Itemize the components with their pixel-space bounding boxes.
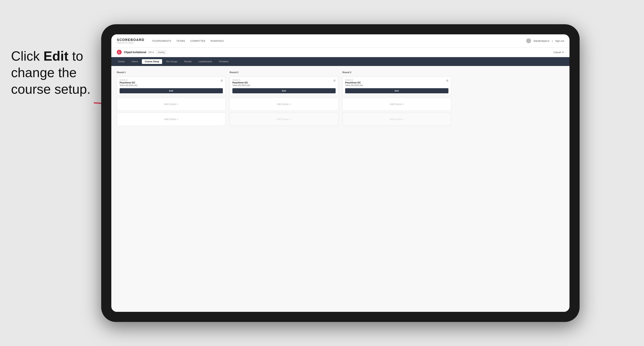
round-3-delete-button[interactable]: 🗑 bbox=[446, 79, 449, 82]
round-2-course-details: Yellow (M) (6629 yds) bbox=[232, 84, 336, 86]
round-3-course-card: 🗑 (Course A) Peachtree GC Yellow (M) (66… bbox=[342, 77, 451, 96]
tab-course-setup[interactable]: Course Setup bbox=[142, 59, 162, 64]
cancel-label: Cancel bbox=[554, 51, 561, 54]
tab-details[interactable]: Details bbox=[115, 59, 128, 64]
tab-leaderboards[interactable]: Leaderboards bbox=[196, 59, 215, 64]
scoreboard-logo: SCOREBOARD Powered by clippd bbox=[117, 38, 144, 44]
round-1-course-card: 🗑 (Course A) Peachtree GC Yellow (M) (66… bbox=[117, 77, 226, 96]
tournament-gender: (Men) bbox=[148, 51, 154, 53]
hosting-badge: Hosting bbox=[156, 50, 166, 54]
round-2-course-card: 🗑 (Course A) Peachtree GC Yellow (M) (66… bbox=[230, 77, 338, 96]
round-2-course-name: Peachtree GC bbox=[232, 81, 336, 84]
nav-rankings[interactable]: RANKINGS bbox=[210, 39, 224, 42]
top-nav: SCOREBOARD Powered by clippd TOURNAMENTS… bbox=[111, 34, 570, 48]
round-2-course-label: (Course A) bbox=[232, 79, 336, 81]
round-2-add-course-2: Add Course + bbox=[230, 113, 338, 126]
round-3-plus-icon-2: + bbox=[402, 118, 404, 121]
round-3-label: Round 3 bbox=[342, 71, 451, 74]
clippd-logo: C bbox=[117, 50, 122, 55]
cancel-icon: ✕ bbox=[562, 51, 564, 54]
bold-edit: Edit bbox=[44, 49, 68, 63]
nav-links: TOURNAMENTS TEAMS COMMITTEE RANKINGS bbox=[152, 39, 224, 42]
round-2-add-label-1: Add Course bbox=[277, 103, 288, 105]
round-2-add-label-2: Add Course bbox=[277, 118, 288, 121]
round-2-delete-button[interactable]: 🗑 bbox=[333, 79, 336, 82]
round-3-course-details: Yellow (M) (6629 yds) bbox=[345, 84, 448, 86]
round-1-plus-icon-2: + bbox=[177, 118, 178, 121]
round-2-column: Round 2 🗑 (Course A) Peachtree GC Yellow… bbox=[230, 71, 338, 126]
round-1-course-name: Peachtree GC bbox=[120, 81, 223, 84]
main-content: Round 1 🗑 (Course A) Peachtree GC Yellow… bbox=[111, 66, 570, 312]
cancel-button[interactable]: Cancel ✕ bbox=[554, 51, 564, 54]
user-avatar bbox=[526, 38, 531, 43]
round-1-course-details: Yellow (M) (6629 yds) bbox=[120, 84, 223, 86]
round-1-add-label-1: Add Course bbox=[164, 103, 176, 105]
nav-committee[interactable]: COMMITTEE bbox=[190, 39, 206, 42]
tab-tee-groups[interactable]: Tee Groups bbox=[163, 59, 180, 64]
round-3-course-name: Peachtree GC bbox=[345, 81, 448, 84]
round-3-edit-button[interactable]: Edit bbox=[345, 88, 448, 93]
nav-right: blair@clippd.io | Sign out bbox=[526, 38, 564, 43]
tab-nav: Details Teams Course Setup Tee Groups Re… bbox=[111, 57, 570, 66]
round-3-add-course-2: Add Course + bbox=[342, 113, 451, 126]
logo-title: SCOREBOARD bbox=[117, 38, 144, 42]
round-1-course-label: (Course A) bbox=[120, 79, 223, 81]
nav-teams[interactable]: TEAMS bbox=[176, 39, 185, 42]
round-1-delete-button[interactable]: 🗑 bbox=[220, 79, 224, 82]
tab-teams[interactable]: Teams bbox=[128, 59, 141, 64]
round-3-column: Round 3 🗑 (Course A) Peachtree GC Yellow… bbox=[342, 71, 451, 126]
nav-separator: | bbox=[552, 39, 552, 42]
nav-tournaments[interactable]: TOURNAMENTS bbox=[152, 39, 171, 42]
round-1-add-course-1[interactable]: Add Course + bbox=[117, 98, 226, 111]
instruction-text: Click Edit to change the course setup. bbox=[11, 48, 90, 97]
round-1-plus-icon-1: + bbox=[177, 103, 178, 106]
round-1-add-course-2[interactable]: Add Course + bbox=[117, 113, 226, 126]
tournament-name: Clippd Invitational bbox=[124, 51, 146, 54]
nav-left: SCOREBOARD Powered by clippd TOURNAMENTS… bbox=[117, 38, 224, 44]
tablet-screen: SCOREBOARD Powered by clippd TOURNAMENTS… bbox=[111, 34, 570, 312]
round-2-edit-button[interactable]: Edit bbox=[232, 88, 336, 93]
round-3-add-label-2: Add Course bbox=[390, 118, 401, 121]
round-3-add-label-1: Add Course bbox=[390, 103, 401, 105]
round-2-add-course-1[interactable]: Add Course + bbox=[230, 98, 338, 111]
round-1-edit-button[interactable]: Edit bbox=[120, 88, 223, 93]
sign-out-link[interactable]: Sign out bbox=[555, 39, 564, 42]
round-3-course-label: (Course A) bbox=[345, 79, 448, 81]
round-2-label: Round 2 bbox=[230, 71, 338, 74]
rounds-grid: Round 1 🗑 (Course A) Peachtree GC Yellow… bbox=[117, 71, 564, 126]
tournament-left: C Clippd Invitational (Men) Hosting bbox=[117, 50, 166, 55]
round-3-plus-icon-1: + bbox=[402, 103, 404, 106]
round-1-column: Round 1 🗑 (Course A) Peachtree GC Yellow… bbox=[117, 71, 226, 126]
round-2-plus-icon-1: + bbox=[290, 103, 291, 106]
round-1-add-label-2: Add Course bbox=[164, 118, 176, 121]
round-2-plus-icon-2: + bbox=[290, 118, 291, 121]
tablet-device: SCOREBOARD Powered by clippd TOURNAMENTS… bbox=[101, 24, 580, 322]
tab-results[interactable]: Results bbox=[181, 59, 194, 64]
logo-sub: Powered by clippd bbox=[117, 42, 144, 44]
user-email: blair@clippd.io bbox=[534, 39, 549, 42]
round-3-add-course-1[interactable]: Add Course + bbox=[342, 98, 451, 111]
round-1-label: Round 1 bbox=[117, 71, 226, 74]
tournament-bar: C Clippd Invitational (Men) Hosting Canc… bbox=[111, 48, 570, 57]
tab-printables[interactable]: Printables bbox=[216, 59, 232, 64]
